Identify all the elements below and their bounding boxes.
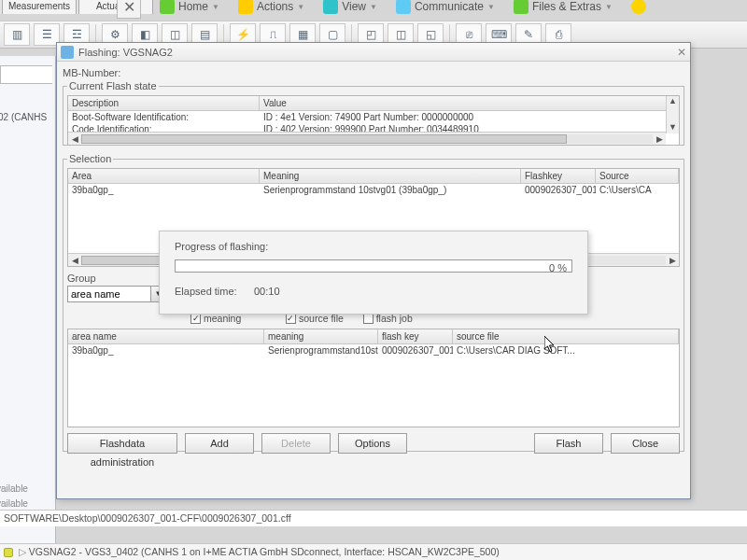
cell-source: C:\Users\CA [596, 184, 679, 196]
flash-state-group: Current Flash state Description Value Bo… [63, 80, 684, 146]
cell-value: ID : 4e1 Version: 74900 Part Number: 000… [260, 111, 679, 123]
col-flashkey[interactable]: Flashkey [521, 169, 596, 183]
left-panel-available: vailable [0, 498, 28, 509]
left-panel-tab[interactable] [0, 65, 52, 84]
table-row[interactable]: 39ba0gp_ Serienprogrammstand10stvg... 00… [68, 344, 679, 357]
col-value[interactable]: Value [260, 96, 679, 110]
cell-meaning: Serienprogrammstand 10stvg01 (39ba0gp_) [260, 184, 521, 196]
cell-source: C:\Users\CAR DIAG SOFT... [453, 344, 679, 357]
cell-area: 39ba0gp_ [68, 344, 264, 357]
col-flashkey[interactable]: flash key [378, 329, 453, 343]
ribbon-home[interactable]: Home ▼ [160, 0, 219, 14]
ribbon-communicate-label: Communicate [415, 0, 484, 13]
file-path-text: SOFTWARE\Desktop\0009026307_001-CFF\0009… [4, 512, 291, 524]
ribbon-actions[interactable]: Actions ▼ [238, 0, 304, 14]
cell-flashkey: 0009026307_001 [521, 184, 596, 196]
add-button[interactable]: Add [185, 433, 254, 454]
ribbon-view[interactable]: View ▼ [323, 0, 377, 14]
cell-area: 39ba0gp_ [68, 184, 260, 196]
table-row[interactable]: 39ba0gp_ Serienprogrammstand 10stvg01 (3… [68, 184, 679, 196]
selection-legend: Selection [67, 153, 113, 164]
options-button[interactable]: Options [338, 433, 407, 454]
left-panel: 02 (CANHS vailable vailable [0, 56, 56, 560]
ribbon-files-label: Files & Extras [532, 0, 601, 13]
status-bar: ▷ VGSNAG2 - VGS3_0402 (CANHS 1 on I+ME A… [0, 543, 747, 560]
flash-icon [61, 46, 74, 59]
close-tab-button[interactable]: ✕ [117, 0, 141, 19]
col-description[interactable]: Description [68, 96, 260, 110]
chevron-down-icon: ▼ [487, 3, 495, 11]
col-source[interactable]: Source [596, 169, 679, 183]
elapsed-value: 00:10 [254, 286, 280, 297]
flash-button[interactable]: Flash [534, 433, 603, 454]
flash-state-grid: Description Value Boot-Software Identifi… [67, 95, 680, 146]
left-panel-available: vailable [0, 483, 28, 494]
ribbon-actions-label: Actions [257, 0, 293, 13]
ribbon-files[interactable]: Files & Extras ▼ [514, 0, 613, 14]
chevron-down-icon: ▼ [605, 3, 613, 11]
progress-bar [175, 259, 572, 273]
col-meaning[interactable]: meaning [264, 329, 378, 343]
cell-desc: Boot-Software Identification: [68, 111, 260, 123]
group-input[interactable] [67, 286, 151, 302]
mb-number-label: MB-Number: [63, 67, 684, 78]
button-row: Flashdata administration Add Delete Opti… [67, 433, 680, 454]
smile-icon [631, 0, 646, 14]
ribbon-main: ✕ Home ▼ Actions ▼ View ▼ Communicate ▼ … [117, 0, 646, 17]
flash-state-legend: Current Flash state [67, 80, 159, 91]
progress-dialog: Progress of flashing: 0 % Elapsed time: … [159, 231, 588, 315]
view-icon [323, 0, 338, 14]
ribbon-smile[interactable] [631, 0, 646, 14]
bottom-grid: area name meaning flash key source file … [67, 329, 680, 427]
flashdata-admin-button[interactable]: Flashdata administration [67, 433, 177, 454]
ribbon-view-label: View [342, 0, 366, 13]
vertical-scrollbar[interactable]: ▲▼ [666, 96, 679, 133]
close-button[interactable]: Close [611, 433, 680, 454]
col-area[interactable]: Area [68, 169, 260, 183]
file-path-bar: SOFTWARE\Desktop\0009026307_001-CFF\0009… [0, 510, 747, 526]
chevron-down-icon: ▼ [370, 3, 377, 11]
left-panel-entry[interactable]: 02 (CANHS [0, 112, 47, 122]
progress-title: Progress of flashing: [175, 241, 572, 252]
status-text: VGSNAG2 - VGS3_0402 (CANHS 1 on I+ME ACT… [29, 546, 500, 557]
col-meaning[interactable]: Meaning [260, 169, 521, 183]
status-icon [4, 548, 13, 557]
ribbon-communicate[interactable]: Communicate ▼ [396, 0, 495, 14]
col-area-name[interactable]: area name [68, 329, 264, 343]
col-source[interactable]: source file [453, 329, 679, 343]
chevron-down-icon: ▼ [297, 3, 304, 11]
lightning-icon [238, 0, 253, 14]
horizontal-scrollbar[interactable]: ◀▶ [68, 132, 666, 145]
progress-elapsed: Elapsed time: 00:10 [175, 286, 572, 297]
tool-button[interactable]: ▥ [4, 23, 30, 46]
delete-button[interactable]: Delete [261, 433, 331, 454]
chevron-down-icon: ▼ [212, 3, 219, 11]
communicate-icon [396, 0, 411, 14]
cell-flashkey: 0009026307_001 [378, 344, 453, 357]
ribbon-tab-measurements[interactable]: Measurements [2, 0, 77, 14]
cell-meaning: Serienprogrammstand10stvg... [264, 344, 378, 357]
ribbon-home-label: Home [178, 0, 208, 13]
files-icon [514, 0, 529, 14]
window-title: Flashing: VGSNAG2 [78, 47, 173, 58]
titlebar[interactable]: Flashing: VGSNAG2 ✕ [57, 43, 690, 62]
home-icon [160, 0, 175, 14]
progress-percent: 0 % [549, 262, 567, 273]
window-close-button[interactable]: ✕ [677, 46, 686, 59]
elapsed-label: Elapsed time: [175, 286, 237, 297]
